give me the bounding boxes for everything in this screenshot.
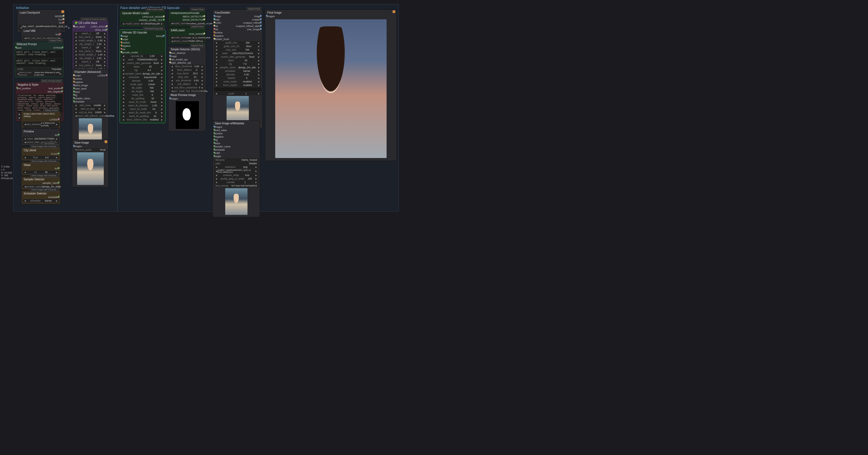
ratio-widget[interactable]: ◀ratio_selected3:4 [896x1152 portrait]▶ — [23, 121, 59, 127]
node-title: Scheduler Selector — [23, 192, 59, 196]
node-title: Upscale Model Loader — [121, 11, 164, 15]
collapse-icon[interactable] — [104, 140, 107, 143]
node-badge: SDXL Prompt Styler — [41, 79, 63, 83]
node-title: UltralyticsDetectorProvider — [169, 11, 205, 15]
node-badge: Save Image with Generat... — [30, 145, 59, 148]
node-lora-stack[interactable]: Comfyroll Custom Nodes 🧩 CR LoRA Stack l… — [72, 20, 109, 76]
node-final-image[interactable]: Final Image images — [265, 9, 397, 161]
collapse-icon[interactable] — [61, 10, 64, 13]
preview-image — [225, 188, 248, 215]
preview-image — [226, 96, 249, 123]
node-badge: Impact Pack — [190, 8, 205, 11]
node-badge: UltimateSDUpscale — [143, 27, 164, 30]
node-title: Final Image — [266, 10, 395, 15]
node-scheduler-selector[interactable]: Save Image with Generat... Scheduler Sel… — [21, 190, 61, 204]
select-wildcard-widget[interactable]: ◀Select to add WildcardSelect the Wildca… — [16, 71, 63, 77]
node-upscale-model-loader[interactable]: WAS Node Suite Upscale Model Loader UPSC… — [120, 10, 166, 27]
node-badge: Impact Pack — [190, 44, 205, 47]
node-title: Sampler Selector — [23, 177, 59, 181]
node-title: Load Checkpoint — [19, 10, 64, 15]
node-ksampler[interactable]: KSampler (Advanced) modelLATENT positive… — [72, 69, 109, 148]
node-title: SAMLoader — [169, 28, 205, 32]
node-simple-detector[interactable]: Impact Pack Simple Detector (SEGS) bbox_… — [168, 46, 206, 98]
node-title: Ultimate SD Upscale — [121, 30, 164, 34]
node-title: Wildcard Prompt — [16, 42, 63, 46]
node-title: Save Image — [73, 141, 107, 145]
node-title: KSampler (Advanced) — [73, 70, 107, 74]
node-save-image[interactable]: Save Image images filename_prefixRAW — [72, 140, 109, 188]
node-title: Empty Latent Ratio Select SDXL (Mikey) — [23, 112, 59, 118]
mask-preview-image — [176, 101, 199, 129]
prompt-text-2[interactable]: adult girl, (close shot), wool sweater, … — [16, 59, 63, 67]
float-widget[interactable]: ◀float6.0▶ — [23, 156, 59, 159]
node-save-image-metadata[interactable]: Save Image w/Metadata images seed_value … — [212, 120, 260, 217]
node-badge: Impact Pack — [190, 25, 205, 28]
node-wildcard-prompt[interactable]: Impact Pack Wildcard Prompt seedSTRING a… — [14, 41, 64, 78]
node-title: Mask Preview Image — [169, 93, 205, 97]
node-badge: Save Image with Generat... — [30, 174, 59, 177]
node-cfg-literal[interactable]: Use-Everyw... Save Image with Generat...… — [21, 147, 61, 161]
node-title: Primitive — [23, 130, 59, 134]
node-badge: Save Image with Generat... — [30, 188, 59, 192]
node-sam-loader[interactable]: Impact Pack SAMLoader SAM_MODEL ◀model_n… — [168, 27, 206, 45]
node-ultimate-sd-upscale[interactable]: UltimateSDUpscale Ultimate SD Upscale im… — [120, 29, 166, 123]
collapse-icon[interactable] — [393, 10, 395, 13]
node-badge: WAS Node Suite — [145, 8, 164, 11]
node-badge: Mikey Nodes — [44, 109, 59, 112]
prompt-text[interactable]: adult girl, (close shot), wool sweater, … — [16, 50, 63, 58]
node-badge: Comfyroll Custom Nodes — [81, 18, 107, 21]
node-title: Steps — [23, 163, 59, 167]
perf-stats: T: 0.00sI: 0N: 43 [43]V: 780FPS:60.00 — [1, 165, 13, 180]
node-title: Simple Detector (SEGS) — [169, 47, 205, 51]
node-badge: Save Image with Generat... — [30, 160, 59, 163]
int-widget[interactable]: ◀int35▶ — [23, 171, 59, 174]
node-ultralytics-detector[interactable]: Impact Pack UltralyticsDetectorProvider … — [168, 10, 206, 27]
node-title: FaceDetailer — [214, 10, 261, 15]
node-title: 🧩 CR LoRA Stack — [73, 21, 107, 25]
node-face-detailer[interactable]: Impact Pack FaceDetailer imageimage segs… — [212, 9, 263, 129]
node-badge: Impact Pack — [49, 38, 63, 42]
mode-widget[interactable]: modePopulate — [16, 67, 63, 71]
node-title: Cfg Literal — [23, 148, 59, 152]
scheduler-widget[interactable]: ◀schedulerkarras▶ — [23, 199, 59, 202]
node-badge: Impact Pack — [247, 7, 261, 10]
node-title: Negative & Styler — [17, 83, 63, 87]
node-mask-preview[interactable]: Mask Preview Image images — [168, 92, 206, 131]
node-title: Load VAE — [23, 29, 61, 33]
node-title: Save Image w/Metadata — [214, 121, 259, 125]
value-widget[interactable]: ◀value282392001776061▶ — [23, 137, 59, 140]
final-preview-image — [275, 19, 386, 158]
preview-image — [77, 152, 104, 185]
